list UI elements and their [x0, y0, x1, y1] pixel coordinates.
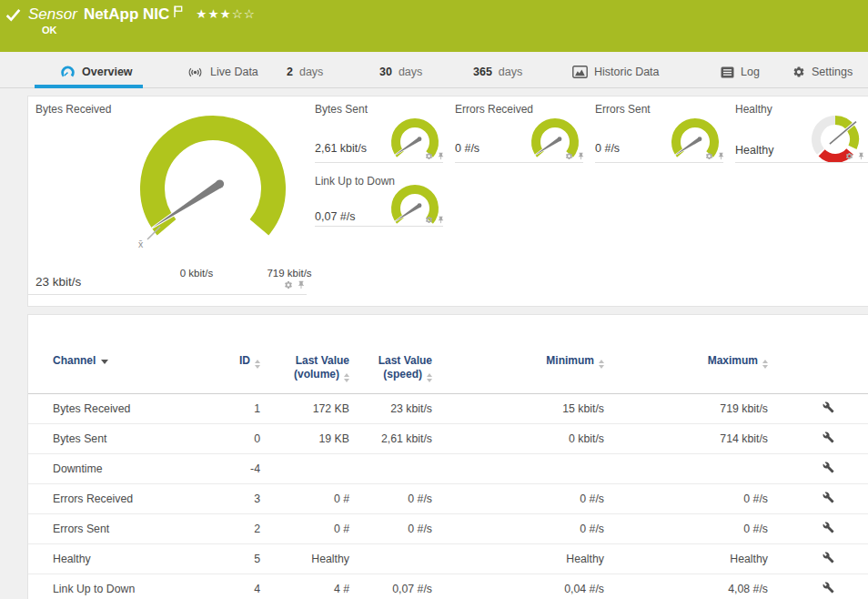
- wrench-icon[interactable]: [823, 582, 834, 594]
- bytes-received-gauge: x̄: [136, 111, 290, 266]
- sort-arrows-icon: [255, 360, 260, 369]
- channel-name-cell[interactable]: Bytes Received: [28, 394, 230, 424]
- column-header-last-value-volume[interactable]: Last Value (volume): [260, 315, 349, 394]
- wrench-icon[interactable]: [823, 522, 834, 533]
- pin-icon[interactable]: [437, 152, 445, 160]
- wrench-icon[interactable]: [823, 492, 834, 503]
- gear-icon[interactable]: [425, 216, 433, 224]
- sort-caret-icon: [101, 360, 108, 364]
- last-value-speed-cell: 0 #/s: [349, 514, 432, 544]
- channel-name-cell[interactable]: Downtime: [28, 454, 230, 484]
- wrench-icon[interactable]: [823, 462, 834, 473]
- gauge-title: Bytes Received: [35, 103, 111, 116]
- channel-name-cell[interactable]: Errors Sent: [28, 514, 230, 544]
- column-header-id[interactable]: ID: [230, 315, 260, 394]
- column-header-channel[interactable]: Channel: [28, 315, 230, 394]
- gear-icon[interactable]: [425, 152, 433, 160]
- pin-icon[interactable]: [857, 152, 865, 160]
- channel-table-row[interactable]: Link Up to Down 4 4 # 0,07 #/s 0,04 #/s …: [28, 574, 868, 599]
- maximum-cell: 4,08 #/s: [604, 574, 768, 599]
- gauge-min-label: 0 kbit/s: [156, 268, 237, 279]
- tab-historic-data[interactable]: Historic Data: [572, 56, 660, 87]
- pin-icon[interactable]: [297, 280, 306, 289]
- pin-icon[interactable]: [437, 216, 445, 224]
- last-value-volume-cell: Healthy: [260, 544, 349, 574]
- last-value-volume-cell: 0 #: [260, 484, 349, 514]
- last-value-speed-cell: 0 #/s: [349, 484, 432, 514]
- priority-stars[interactable]: ★★★☆☆: [196, 6, 256, 21]
- panel-corner-icons[interactable]: [425, 152, 445, 160]
- wrench-icon[interactable]: [823, 552, 834, 563]
- tab-settings-label: Settings: [812, 66, 853, 78]
- last-value-speed-cell: 2,61 kbit/s: [349, 424, 432, 454]
- maximum-cell: 0 #/s: [604, 514, 768, 544]
- channel-id-cell: 3: [230, 484, 260, 514]
- channel-table-row[interactable]: Errors Sent 2 0 # 0 #/s 0 #/s 0 #/s: [28, 514, 868, 544]
- panel-corner-icons[interactable]: [565, 152, 585, 160]
- channel-table-body: Bytes Received 1 172 KB 23 kbit/s 15 kbi…: [28, 394, 868, 599]
- minimum-cell: 0,04 #/s: [432, 574, 604, 599]
- minimum-cell: Healthy: [432, 544, 604, 574]
- channel-id-cell: -4: [230, 454, 260, 484]
- prtg-sensor-page: Sensor NetApp NIC ★★★☆☆ OK Overview: [0, 0, 868, 599]
- channel-table-row[interactable]: Downtime -4: [28, 454, 868, 484]
- channel-table: Channel ID Last Value (volume) Last Valu…: [28, 315, 868, 599]
- tab-settings[interactable]: Settings: [792, 56, 853, 87]
- panel-divider: [455, 162, 583, 163]
- sensor-name: NetApp NIC: [84, 5, 169, 24]
- wrench-icon[interactable]: [823, 401, 834, 413]
- panel-corner-icons[interactable]: [705, 152, 725, 160]
- tab-log[interactable]: Log: [721, 56, 760, 87]
- column-header-minimum[interactable]: Minimum: [432, 315, 604, 394]
- channel-table-row[interactable]: Healthy 5 Healthy Healthy Healthy: [28, 544, 868, 574]
- channel-table-row[interactable]: Bytes Received 1 172 KB 23 kbit/s 15 kbi…: [28, 394, 868, 424]
- panel-divider: [315, 162, 443, 163]
- panel-corner-icons[interactable]: [425, 216, 445, 224]
- sort-arrows-icon: [427, 373, 432, 382]
- gear-icon[interactable]: [705, 152, 713, 160]
- column-header-maximum[interactable]: Maximum: [604, 315, 768, 394]
- panel-corner-icons[interactable]: [284, 280, 306, 289]
- sensor-type-label: Sensor: [28, 5, 77, 24]
- column-header-last-value-speed[interactable]: Last Value (speed): [349, 315, 432, 394]
- average-marker: x̄: [138, 239, 144, 249]
- status-badge: OK: [42, 25, 57, 36]
- channel-table-row[interactable]: Errors Received 3 0 # 0 #/s 0 #/s 0 #/s: [28, 484, 868, 514]
- tab-30-days[interactable]: 30 days: [379, 56, 422, 87]
- panel-corner-icons[interactable]: [845, 152, 865, 160]
- pin-icon[interactable]: [717, 152, 725, 160]
- tab-overview[interactable]: Overview: [60, 56, 133, 87]
- channel-name-cell[interactable]: Errors Received: [28, 484, 230, 514]
- sort-arrows-icon: [762, 360, 768, 369]
- tab-live-data-label: Live Data: [210, 66, 258, 78]
- gauge-title: Errors Received: [455, 103, 533, 116]
- gear-icon[interactable]: [284, 280, 293, 289]
- gauge-title: Bytes Sent: [315, 103, 368, 116]
- flag-icon[interactable]: [174, 5, 183, 17]
- tab-live-data[interactable]: Live Data: [187, 56, 258, 87]
- maximum-cell: 719 kbit/s: [604, 394, 768, 424]
- pin-icon[interactable]: [577, 152, 585, 160]
- tab-365-days[interactable]: 365 days: [473, 56, 522, 87]
- gear-icon[interactable]: [845, 152, 853, 160]
- last-value-speed-cell: 0,07 #/s: [349, 574, 432, 599]
- check-icon: [5, 8, 21, 22]
- tab-log-label: Log: [741, 66, 760, 78]
- gear-icon: [792, 66, 805, 78]
- maximum-cell: Healthy: [604, 544, 768, 574]
- tab-2-days[interactable]: 2 days: [287, 56, 323, 87]
- active-tab-underline: [35, 85, 143, 88]
- gear-icon[interactable]: [565, 152, 573, 160]
- wrench-icon[interactable]: [823, 431, 834, 443]
- channel-id-cell: 2: [230, 514, 260, 544]
- gauge-max-label: 719 kbit/s: [248, 268, 330, 279]
- channel-name-cell[interactable]: Healthy: [28, 544, 230, 574]
- channel-table-row[interactable]: Bytes Sent 0 19 KB 2,61 kbit/s 0 kbit/s …: [28, 424, 868, 454]
- sort-arrows-icon: [344, 373, 349, 382]
- log-icon: [721, 66, 734, 78]
- last-value-volume-cell: 172 KB: [260, 394, 349, 424]
- last-value-speed-cell: [349, 544, 432, 574]
- channel-name-cell[interactable]: Bytes Sent: [28, 424, 230, 454]
- channel-name-cell[interactable]: Link Up to Down: [28, 574, 230, 599]
- maximum-cell: 0 #/s: [604, 484, 768, 514]
